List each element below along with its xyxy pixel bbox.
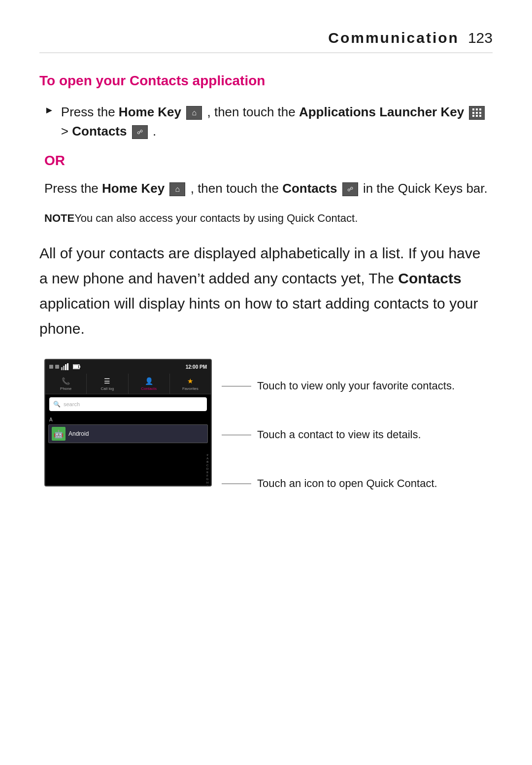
phone-icon: 📞 xyxy=(62,377,70,385)
status-bar: 12:00 PM xyxy=(45,360,211,374)
annotation-item-2: Touch a contact to view its details. xyxy=(222,427,493,443)
screenshot-area: 12:00 PM 📞 Phone ☰ Call log xyxy=(44,359,493,505)
bullet-text-1: Press the Home Key , then touch the Appl… xyxy=(61,103,493,141)
bullet-item-1: ► Press the Home Key , then touch the Ap… xyxy=(44,103,493,141)
annotation-text-1: Touch to view only your favorite contact… xyxy=(251,379,455,394)
bullet1-contacts: Contacts xyxy=(72,124,127,139)
section-heading: To open your Contacts application xyxy=(39,73,493,89)
search-placeholder: search xyxy=(64,401,80,407)
search-icon-small: 🔍 xyxy=(53,401,61,408)
phone-screenshot: 12:00 PM 📞 Phone ☰ Call log xyxy=(44,359,212,487)
grid-icon-inner xyxy=(472,108,481,117)
annotation-item-3: Touch an icon to open Quick Contact. xyxy=(222,476,493,491)
instruction2-end: in the Quick Keys bar. xyxy=(363,181,488,196)
contacts-tab-label: Contacts xyxy=(141,386,157,391)
status-time: 12:00 PM xyxy=(186,364,207,370)
svg-rect-0 xyxy=(61,367,63,370)
main-paragraph: All of your contacts are displayed alpha… xyxy=(39,241,493,341)
battery-icon xyxy=(73,364,81,369)
contacts-icon-2: ☍ xyxy=(342,182,358,196)
home-key-icon-2 xyxy=(169,182,185,196)
side-letter-c: C xyxy=(206,464,209,467)
calllog-tab-label: Call log xyxy=(101,386,114,391)
contact-letter-a: A xyxy=(45,416,211,423)
bullet1-appslauncher: Applications Launcher Key xyxy=(299,104,464,119)
annotations-panel: Touch to view only your favorite contact… xyxy=(212,359,493,505)
side-letter-g: G xyxy=(206,478,209,481)
phone-tab-icon: 📞 xyxy=(61,377,71,385)
side-letter-hash: # xyxy=(206,453,209,456)
status-dot-2 xyxy=(55,365,59,369)
main-para-bold: Contacts xyxy=(398,270,461,286)
calllog-tab-icon: ☰ xyxy=(102,377,113,385)
main-para-end: application will display hints on how to… xyxy=(39,295,478,337)
second-instruction: Press the Home Key , then touch the Cont… xyxy=(44,178,493,199)
instruction2-pre: Press the xyxy=(44,181,102,196)
contact-item-android[interactable]: 🤖 Android xyxy=(48,424,208,443)
instruction2-contacts: Contacts xyxy=(282,181,337,196)
note-text: You can also access your contacts by usi… xyxy=(74,212,358,224)
annotation-line-2 xyxy=(222,435,251,435)
contacts-tab-icon: 👤 xyxy=(143,377,154,385)
annotation-line-1 xyxy=(222,386,251,386)
status-icons-left xyxy=(49,363,81,370)
annotation-text-2: Touch a contact to view its details. xyxy=(251,427,421,443)
svg-rect-2 xyxy=(65,364,66,370)
nav-tab-phone[interactable]: 📞 Phone xyxy=(45,374,87,394)
contacts-tab-icon-sym: 👤 xyxy=(145,377,153,385)
calllog-icon: ☰ xyxy=(104,377,110,385)
page-number: 123 xyxy=(468,30,493,46)
nav-tabs: 📞 Phone ☰ Call log 👤 Contacts xyxy=(45,374,211,394)
side-letter-e: E xyxy=(206,471,209,474)
svg-rect-1 xyxy=(63,366,65,370)
bullet-arrow: ► xyxy=(44,104,54,116)
side-letter-h: H xyxy=(206,481,209,484)
annotation-line-3 xyxy=(222,484,251,484)
note-section: NOTEYou can also access your contacts by… xyxy=(44,211,493,226)
favorites-tab-label: Favorites xyxy=(182,386,199,391)
bullet1-mid: , then touch the xyxy=(207,104,299,119)
nav-tab-contacts[interactable]: 👤 Contacts xyxy=(129,374,170,394)
home-key-icon-1 xyxy=(186,106,202,120)
favorites-icon: ★ xyxy=(187,377,194,385)
instruction2-mid: , then touch the xyxy=(191,181,282,196)
signal-icon xyxy=(61,363,71,370)
bullet1-period: . xyxy=(153,124,156,139)
header-title: Communication xyxy=(328,30,459,46)
contacts-list: A 🤖 Android # A B C D E F G H I J xyxy=(45,414,211,446)
side-letter-a: A xyxy=(206,457,209,460)
page-header: Communication 123 xyxy=(39,30,493,53)
side-letter-i: I xyxy=(206,485,209,487)
side-letter-b: B xyxy=(206,460,209,463)
bullet1-end: > xyxy=(61,124,72,139)
svg-rect-5 xyxy=(79,366,80,368)
phone-tab-label: Phone xyxy=(60,386,71,391)
bullet1-homekey: Home Key xyxy=(119,104,181,119)
side-index: # A B C D E F G H I J K L M N O P xyxy=(206,453,209,487)
favorites-tab-icon: ★ xyxy=(185,377,196,385)
annotation-item-1: Touch to view only your favorite contact… xyxy=(222,379,493,394)
screenshot-bottom xyxy=(45,446,211,486)
nav-tab-calllog[interactable]: ☰ Call log xyxy=(87,374,128,394)
svg-rect-6 xyxy=(73,365,78,368)
annotation-text-3: Touch an icon to open Quick Contact. xyxy=(251,476,437,491)
nav-tab-favorites[interactable]: ★ Favorites xyxy=(170,374,211,394)
contacts-icon-1: ☍ xyxy=(132,125,148,139)
bullet1-pre: Press the xyxy=(61,104,119,119)
status-dot-1 xyxy=(49,365,53,369)
page-container: Communication 123 To open your Contacts … xyxy=(0,0,532,765)
side-letter-f: F xyxy=(206,474,209,477)
svg-rect-3 xyxy=(67,363,68,370)
grid-icon xyxy=(469,106,485,120)
or-text: OR xyxy=(44,153,65,168)
side-letter-d: D xyxy=(206,467,209,470)
android-avatar: 🤖 xyxy=(52,427,66,441)
screenshot-search[interactable]: 🔍 search xyxy=(49,397,207,411)
contact-name-android: Android xyxy=(68,430,89,437)
note-label: NOTE xyxy=(44,212,74,224)
instruction2-homekey: Home Key xyxy=(102,181,165,196)
or-section: OR xyxy=(44,153,493,169)
